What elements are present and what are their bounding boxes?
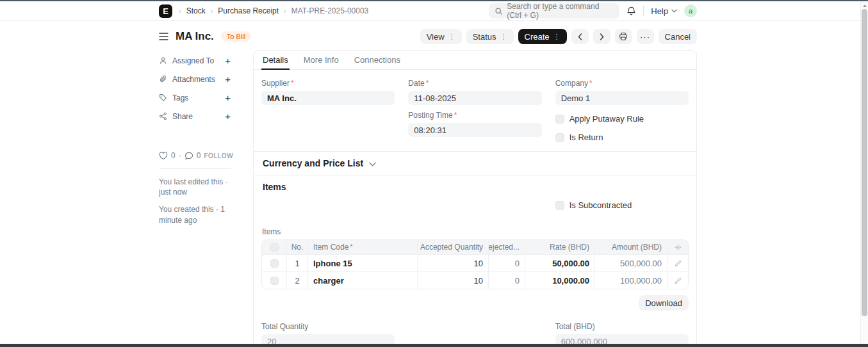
company-label: Company* bbox=[555, 79, 689, 88]
posting-time-field: Posting Time* 08:20:31 bbox=[408, 111, 541, 137]
sidebar-item-label: Attachments bbox=[172, 75, 215, 84]
social-row: 0 · 0 FOLLOW bbox=[159, 151, 231, 160]
items-field-label: Items bbox=[262, 227, 689, 236]
status-button[interactable]: Status ⋮ bbox=[466, 29, 514, 44]
follow-button[interactable]: FOLLOW bbox=[204, 152, 233, 159]
sidebar-divider bbox=[159, 168, 231, 169]
is-subcontracted-row[interactable]: Is Subcontracted bbox=[555, 200, 689, 210]
page-title: MA Inc. bbox=[176, 30, 214, 43]
rejected-quantity-cell[interactable]: 0 bbox=[488, 255, 525, 271]
create-button[interactable]: Create ⋮ bbox=[518, 29, 567, 44]
apply-putaway-rule-row[interactable]: Apply Putaway Rule bbox=[555, 114, 689, 124]
scrollbar-thumb[interactable] bbox=[862, 9, 867, 316]
supplier-input[interactable]: MA Inc. bbox=[261, 91, 395, 105]
cancel-button[interactable]: Cancel bbox=[659, 29, 697, 44]
form-sidebar: Assigned To + Attachments + Tags + Share… bbox=[159, 50, 231, 232]
breadcrumb: › Stock › Purchase Receipt › MAT-PRE-202… bbox=[179, 6, 368, 15]
window-bottom-edge bbox=[0, 344, 868, 347]
row-checkbox[interactable] bbox=[270, 259, 279, 268]
date-field: Date* 11-08-2025 bbox=[408, 79, 541, 105]
print-button[interactable] bbox=[615, 29, 632, 44]
more-actions-button[interactable]: ··· bbox=[637, 29, 654, 44]
view-button[interactable]: View ⋮ bbox=[420, 29, 462, 44]
form-card: Details More Info Connections Supplier* … bbox=[253, 50, 697, 347]
table-row: 2 charger 10 0 10,000.00 100,000.00 bbox=[262, 271, 688, 289]
bell-icon[interactable] bbox=[626, 6, 636, 16]
help-menu[interactable]: Help bbox=[651, 6, 677, 16]
document-timeline: You last edited this · just now You crea… bbox=[159, 177, 231, 225]
item-code-cell[interactable]: Iphone 15 bbox=[307, 255, 417, 271]
edit-pencil-icon[interactable] bbox=[675, 277, 682, 284]
tab-more-info[interactable]: More Info bbox=[304, 51, 339, 69]
tab-details[interactable]: Details bbox=[263, 51, 288, 69]
next-document-button[interactable] bbox=[593, 29, 610, 44]
erpnext-logo[interactable]: E bbox=[159, 4, 172, 18]
supplier-label: Supplier* bbox=[261, 79, 395, 88]
vertical-scrollbar[interactable] bbox=[860, 1, 868, 347]
apply-putaway-rule-checkbox[interactable] bbox=[555, 115, 564, 124]
created-text: You created this · 1 minute ago bbox=[159, 204, 231, 225]
breadcrumb-purchase-receipt[interactable]: Purchase Receipt bbox=[218, 6, 279, 15]
required-mark: * bbox=[291, 79, 294, 88]
accepted-quantity-cell[interactable]: 10 bbox=[417, 272, 488, 289]
posting-time-input[interactable]: 08:20:31 bbox=[408, 123, 541, 137]
items-section-title: Items bbox=[263, 182, 689, 192]
heart-icon[interactable] bbox=[159, 152, 168, 160]
breadcrumb-document-id[interactable]: MAT-PRE-2025-00003 bbox=[291, 6, 369, 15]
tab-connections[interactable]: Connections bbox=[354, 51, 400, 69]
gear-icon[interactable] bbox=[675, 244, 682, 251]
search-input[interactable]: Search or type a command (Ctrl + G) bbox=[489, 3, 619, 19]
breadcrumb-stock[interactable]: Stock bbox=[186, 6, 206, 15]
download-button-label: Download bbox=[645, 298, 682, 308]
row-checkbox[interactable] bbox=[270, 277, 279, 285]
last-edited-text: You last edited this · just now bbox=[159, 177, 231, 197]
is-return-checkbox[interactable] bbox=[555, 133, 564, 142]
search-icon bbox=[495, 7, 503, 15]
chevron-down-icon[interactable] bbox=[369, 162, 376, 166]
add-attachment-button[interactable]: + bbox=[225, 74, 231, 85]
rate-cell[interactable]: 50,000.00 bbox=[525, 255, 594, 271]
col-header-accepted-quantity: Accepted Quantity bbox=[417, 240, 488, 254]
dropdown-dots-icon: ⋮ bbox=[553, 33, 561, 40]
download-button[interactable]: Download bbox=[639, 295, 689, 311]
scrollbar-up-arrow-icon[interactable] bbox=[863, 4, 867, 7]
rate-cell[interactable]: 10,000.00 bbox=[525, 272, 594, 289]
create-button-label: Create bbox=[525, 32, 550, 42]
currency-price-list-section-header[interactable]: Currency and Price List bbox=[254, 151, 696, 175]
items-section: Items Is Subcontracted Items No. Item Co… bbox=[254, 175, 696, 347]
items-table-header: No. Item Code* Accepted Quantity Rejecte… bbox=[262, 240, 688, 254]
is-return-label: Is Return bbox=[569, 133, 603, 142]
share-add-button[interactable]: + bbox=[225, 111, 231, 122]
dropdown-dots-icon: ⋮ bbox=[448, 33, 455, 40]
form-tabs: Details More Info Connections bbox=[254, 51, 696, 70]
add-tag-button[interactable]: + bbox=[225, 92, 231, 103]
rejected-quantity-cell[interactable]: 0 bbox=[488, 272, 525, 289]
is-subcontracted-checkbox[interactable] bbox=[555, 201, 564, 210]
total-bhd-field: Total (BHD) 600,000.000 bbox=[555, 318, 689, 347]
status-button-label: Status bbox=[473, 32, 496, 42]
col-header-rejected: Rejected... bbox=[488, 240, 525, 254]
chevron-down-icon bbox=[671, 9, 677, 13]
sidebar-toggle-icon[interactable] bbox=[159, 33, 168, 40]
status-badge: To Bill bbox=[221, 31, 251, 42]
col-header-rate: Rate (BHD) bbox=[525, 240, 594, 254]
navbar: E › Stock › Purchase Receipt › MAT-PRE-2… bbox=[0, 1, 868, 21]
date-input[interactable]: 11-08-2025 bbox=[408, 91, 541, 105]
is-return-row[interactable]: Is Return bbox=[555, 133, 689, 142]
comments-count: 0 bbox=[197, 151, 201, 160]
chevron-left-icon bbox=[578, 33, 582, 40]
ellipsis-icon: ··· bbox=[640, 33, 650, 41]
user-avatar[interactable]: a bbox=[684, 4, 697, 17]
company-input[interactable]: Demo 1 bbox=[555, 91, 689, 105]
edit-pencil-icon[interactable] bbox=[675, 260, 682, 267]
company-field: Company* Demo 1 bbox=[555, 79, 689, 105]
breadcrumb-separator-icon: › bbox=[211, 7, 213, 15]
dot-separator: · bbox=[179, 151, 181, 160]
item-code-cell[interactable]: charger bbox=[307, 272, 417, 289]
previous-document-button[interactable] bbox=[571, 29, 589, 44]
tag-icon bbox=[159, 93, 167, 102]
accepted-quantity-cell[interactable]: 10 bbox=[417, 255, 488, 271]
comment-icon[interactable] bbox=[184, 152, 193, 160]
add-assignment-button[interactable]: + bbox=[225, 55, 231, 66]
select-all-checkbox[interactable] bbox=[270, 243, 279, 252]
